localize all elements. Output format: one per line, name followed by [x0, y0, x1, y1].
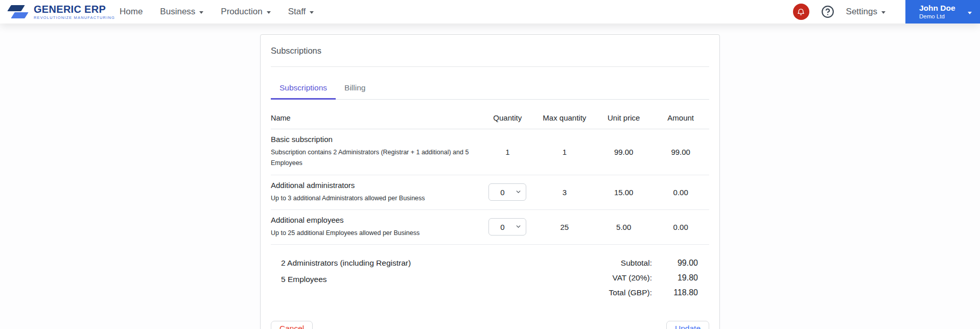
- subtotal-label: Subtotal:: [621, 258, 652, 268]
- settings-menu[interactable]: Settings: [846, 7, 885, 17]
- table-row: Additional administrators Up to 3 additi…: [271, 175, 709, 210]
- row-amount: 99.00: [652, 148, 709, 156]
- settings-label: Settings: [846, 7, 877, 17]
- row-quantity: 1: [481, 148, 534, 156]
- nav-item-label: Business: [160, 7, 195, 17]
- tab-bar: Subscriptions Billing: [271, 79, 709, 100]
- column-header-name: Name: [271, 114, 481, 122]
- row-description: Up to 25 additional Employees allowed pe…: [271, 228, 481, 239]
- quantity-select-administrators[interactable]: 0: [488, 183, 526, 201]
- row-name: Additional employees: [271, 216, 481, 224]
- row-max-quantity: 25: [534, 223, 595, 231]
- nav-item-business[interactable]: Business: [160, 7, 203, 17]
- nav-item-label: Production: [221, 7, 262, 17]
- nav-item-label: Home: [120, 7, 143, 17]
- subtotal-value: 99.00: [659, 258, 698, 268]
- cancel-button[interactable]: Cancel: [271, 321, 313, 329]
- nav-item-staff[interactable]: Staff: [288, 7, 314, 17]
- subscriptions-card: Subscriptions Subscriptions Billing Name…: [260, 34, 720, 329]
- top-navbar: GENERIC ERP REVOLUTIONIZE MANUFACTURING …: [0, 0, 980, 24]
- row-max-quantity: 3: [534, 188, 595, 197]
- row-amount: 0.00: [652, 223, 709, 231]
- tab-billing[interactable]: Billing: [336, 79, 374, 99]
- row-description: Subscription contains 2 Administrators (…: [271, 147, 481, 169]
- app-logo[interactable]: GENERIC ERP REVOLUTIONIZE MANUFACTURING: [5, 4, 107, 20]
- user-menu[interactable]: John Doe Demo Ltd: [905, 0, 980, 24]
- row-max-quantity: 1: [534, 148, 595, 156]
- caret-down-icon: [267, 11, 271, 14]
- caret-down-icon: [968, 12, 972, 14]
- vat-row: VAT (20%): 19.80: [609, 273, 709, 283]
- nav-item-production[interactable]: Production: [221, 7, 270, 17]
- column-header-unit-price: Unit price: [595, 113, 652, 122]
- bell-icon: [797, 8, 805, 16]
- page-content: Subscriptions Subscriptions Billing Name…: [0, 24, 980, 329]
- total-row: Total (GBP): 118.80: [609, 288, 709, 297]
- summary-section: 2 Administrators (including Registrar) 5…: [271, 258, 709, 297]
- row-name: Additional administrators: [271, 181, 481, 190]
- vat-label: VAT (20%):: [612, 273, 652, 283]
- quantity-select[interactable]: 0: [488, 218, 526, 236]
- totals-block: Subtotal: 99.00 VAT (20%): 19.80 Total (…: [609, 258, 709, 297]
- row-description: Up to 3 additional Administrators allowe…: [271, 193, 481, 204]
- notifications-button[interactable]: [793, 4, 809, 20]
- column-header-max-quantity: Max quantity: [534, 113, 595, 122]
- quantity-select[interactable]: 0: [488, 183, 526, 201]
- tab-subscriptions[interactable]: Subscriptions: [271, 79, 336, 100]
- update-button[interactable]: Update: [666, 321, 709, 329]
- help-button[interactable]: [821, 5, 834, 18]
- subscriptions-table: Name Quantity Max quantity Unit price Am…: [271, 113, 709, 245]
- row-unit-price: 5.00: [595, 223, 652, 231]
- caret-down-icon: [881, 11, 885, 14]
- title-divider: [271, 66, 709, 67]
- included-employees: 5 Employees: [281, 275, 411, 284]
- column-header-quantity: Quantity: [481, 113, 534, 122]
- nav-item-label: Staff: [288, 7, 306, 17]
- row-name: Basic subscription: [271, 135, 481, 144]
- nav-item-home[interactable]: Home: [120, 7, 143, 17]
- logo-tagline: REVOLUTIONIZE MANUFACTURING: [34, 16, 115, 20]
- column-header-amount: Amount: [652, 113, 709, 122]
- included-list: 2 Administrators (including Registrar) 5…: [271, 258, 411, 297]
- actions-bar: Cancel Update: [271, 297, 709, 329]
- total-label: Total (GBP):: [609, 288, 652, 297]
- row-amount: 0.00: [652, 188, 709, 197]
- logo-title: GENERIC ERP: [34, 4, 115, 14]
- row-unit-price: 15.00: [595, 188, 652, 197]
- caret-down-icon: [310, 11, 314, 14]
- help-circle-icon: [821, 5, 834, 18]
- nav-menu: Home Business Production Staff: [120, 7, 314, 17]
- subtotal-row: Subtotal: 99.00: [609, 258, 709, 268]
- total-value: 118.80: [659, 288, 698, 297]
- table-header-row: Name Quantity Max quantity Unit price Am…: [271, 113, 709, 129]
- quantity-select-employees[interactable]: 0: [488, 218, 526, 236]
- included-administrators: 2 Administrators (including Registrar): [281, 258, 411, 268]
- vat-value: 19.80: [659, 273, 698, 283]
- row-unit-price: 99.00: [595, 148, 652, 156]
- table-row: Basic subscription Subscription contains…: [271, 129, 709, 175]
- caret-down-icon: [199, 11, 203, 14]
- table-row: Additional employees Up to 25 additional…: [271, 210, 709, 245]
- page-title: Subscriptions: [271, 46, 709, 56]
- logo-icon: [5, 4, 29, 20]
